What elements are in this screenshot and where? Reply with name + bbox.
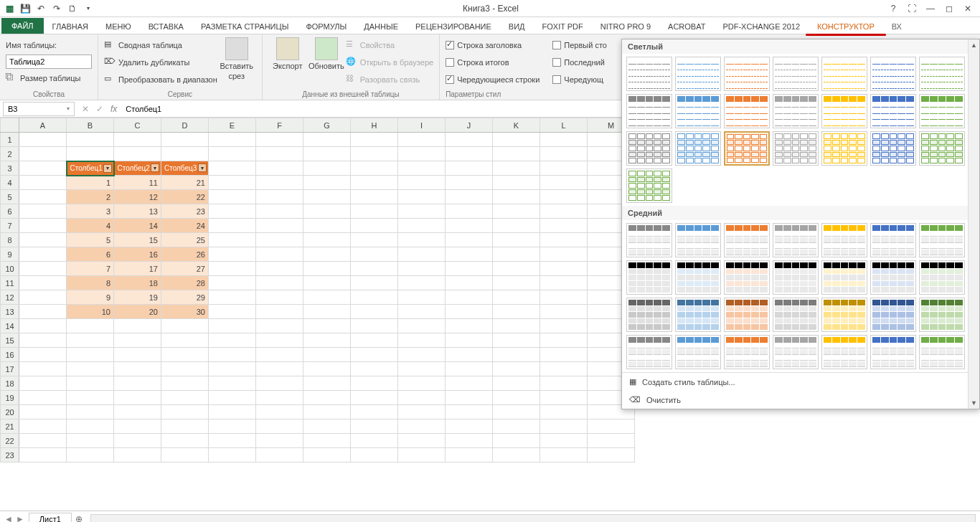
row-header[interactable]: 14 [1,319,19,333]
cell[interactable] [19,233,67,247]
cell[interactable] [256,333,303,348]
cell[interactable] [256,219,303,233]
row-header[interactable]: 8 [1,233,19,247]
cell[interactable] [540,276,588,290]
cell[interactable] [303,319,351,333]
cell[interactable] [209,233,256,247]
cell[interactable] [67,319,114,333]
sheet-next-icon[interactable]: ► [16,514,24,523]
row-header[interactable]: 2 [1,147,19,161]
table-style-swatch[interactable] [919,260,965,295]
table-style-swatch[interactable] [675,335,721,369]
cell[interactable] [19,348,67,362]
cell[interactable] [303,305,351,319]
table-style-swatch[interactable] [724,57,770,91]
cell[interactable] [67,362,114,376]
cell[interactable] [67,434,114,448]
cell[interactable] [303,290,351,305]
cell[interactable] [209,161,256,176]
cell[interactable] [540,319,588,333]
undo-icon[interactable]: ↶ [34,2,47,15]
cell[interactable]: 6 [67,247,114,262]
table-style-swatch[interactable] [821,298,867,332]
cell[interactable] [351,176,398,190]
export-button[interactable]: Экспорт [268,37,307,70]
cell[interactable] [351,290,398,305]
table-style-swatch[interactable] [724,223,770,257]
cell[interactable] [209,276,256,290]
col-header[interactable]: D [161,118,209,133]
cell[interactable] [446,362,493,376]
table-name-input[interactable] [6,54,92,69]
sheet-tab[interactable]: Лист1 [29,513,72,523]
cell[interactable] [114,419,161,434]
cell[interactable] [209,319,256,333]
cell[interactable] [398,276,446,290]
cell[interactable] [588,419,635,434]
tab-главная[interactable]: ГЛАВНАЯ [44,19,97,34]
cell[interactable] [209,262,256,276]
row-header[interactable]: 16 [1,348,19,362]
cell[interactable] [209,348,256,362]
cell[interactable]: Столбец2▾ [114,161,161,176]
cell[interactable] [19,419,67,434]
cell[interactable] [351,219,398,233]
cell[interactable] [446,233,493,247]
table-style-swatch[interactable] [675,298,721,332]
cell[interactable] [540,333,588,348]
col-header[interactable]: J [446,118,493,133]
cell[interactable] [540,405,588,419]
cell[interactable] [351,419,398,434]
cell[interactable] [303,276,351,290]
cell[interactable] [540,247,588,262]
table-style-swatch[interactable] [870,223,916,257]
table-style-swatch[interactable] [675,57,721,91]
name-box[interactable]: B3▾ [3,102,75,116]
tab-file[interactable]: ФАЙЛ [1,18,44,34]
cell[interactable] [209,247,256,262]
cell[interactable]: 12 [114,190,161,204]
cell[interactable]: 2 [67,190,114,204]
cell[interactable] [540,262,588,276]
cell[interactable] [398,391,446,405]
tab-разметка-страницы[interactable]: РАЗМЕТКА СТРАНИЦЫ [192,19,297,34]
cell[interactable]: 5 [67,233,114,247]
cell[interactable] [540,133,588,147]
cell[interactable] [209,448,256,462]
horizontal-scrollbar[interactable] [90,514,976,523]
cell[interactable] [67,419,114,434]
cell[interactable] [446,276,493,290]
cell[interactable] [19,161,67,176]
cell[interactable] [209,133,256,147]
tab-вставка[interactable]: ВСТАВКА [140,19,192,34]
table-style-swatch[interactable] [821,57,867,91]
convert-range-button[interactable]: ▭Преобразовать в диапазон [104,72,217,87]
cell[interactable] [493,405,540,419]
cell[interactable]: 11 [114,176,161,190]
cell[interactable] [446,391,493,405]
cell[interactable] [256,290,303,305]
table-style-swatch[interactable] [919,94,965,128]
cell[interactable] [351,147,398,161]
cell[interactable] [303,147,351,161]
cell[interactable]: 28 [161,276,209,290]
cell[interactable] [256,190,303,204]
cell[interactable]: 27 [161,262,209,276]
cell[interactable] [114,133,161,147]
cell[interactable] [256,262,303,276]
cell[interactable]: 15 [114,233,161,247]
cell[interactable] [351,305,398,319]
col-header[interactable]: F [256,118,303,133]
cell[interactable] [303,448,351,462]
cell[interactable] [256,176,303,190]
cell[interactable] [19,133,67,147]
table-style-swatch[interactable] [821,260,867,295]
cell[interactable] [67,391,114,405]
cell[interactable] [256,376,303,391]
cell[interactable] [493,161,540,176]
opt-last-col[interactable]: Последний [552,54,607,70]
table-style-swatch[interactable] [773,223,819,257]
cell[interactable] [161,333,209,348]
row-header[interactable]: 4 [1,176,19,190]
cell[interactable]: 23 [161,204,209,219]
